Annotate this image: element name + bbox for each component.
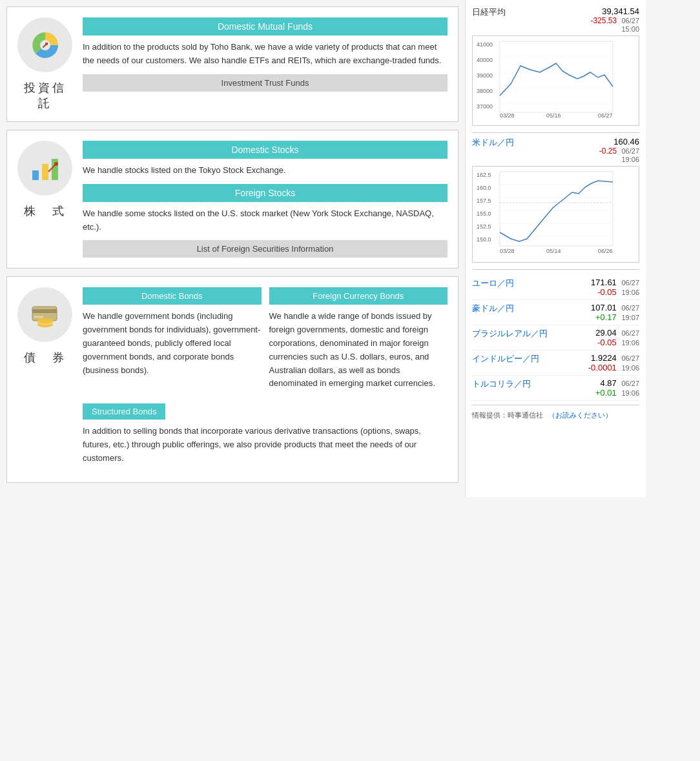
currency-date: 06/27 (621, 279, 639, 287)
bonds-icon (17, 287, 72, 342)
svg-text:41000: 41000 (477, 41, 493, 48)
svg-text:38000: 38000 (477, 88, 493, 94)
info-link[interactable]: （お読みください） (548, 411, 612, 420)
usdjpy-change-date: -0.25 06/27 (599, 147, 639, 156)
currency-value: 171.61 (591, 278, 617, 287)
nikkei-section: 日経平均 39,341.54 -325.53 06/27 15:00 41000… (472, 6, 639, 126)
svg-rect-3 (42, 164, 48, 180)
bond-icon-svg (29, 299, 61, 331)
currency-time: 19:06 (621, 364, 639, 372)
foreign-bonds-col: Foreign Currency Bonds We handle a wide … (269, 287, 448, 397)
domestic-bonds-description: We handle government bonds (including go… (83, 310, 262, 377)
bonds-two-columns: Domestic Bonds We handle government bond… (83, 287, 448, 397)
currency-change: -0.05 (597, 287, 617, 297)
pie-chart-icon (29, 29, 61, 61)
mutual-funds-card: 投資信託 Domestic Mutual Funds In addition t… (6, 6, 458, 122)
svg-text:40000: 40000 (477, 57, 493, 63)
currency-row: トルコリラ／円 4.87 06/27 +0.01 19:06 (472, 376, 639, 401)
currency-list: ユーロ／円 171.61 06/27 -0.05 19:06 豪ドル／円 107… (472, 275, 639, 401)
currency-name[interactable]: 豪ドル／円 (472, 303, 514, 322)
currency-value: 29.04 (595, 328, 617, 338)
svg-text:03/28: 03/28 (500, 112, 515, 119)
svg-text:152.5: 152.5 (477, 223, 491, 230)
nikkei-title: 日経平均 (472, 6, 506, 18)
svg-rect-2 (32, 170, 39, 180)
structured-bonds-header: Structured Bonds (83, 403, 165, 420)
currency-values: 29.04 06/27 -0.05 19:06 (595, 328, 639, 347)
usdjpy-value: 160.46 (599, 137, 639, 147)
usdjpy-name[interactable]: 米ドル／円 (472, 137, 514, 148)
mutual-funds-description: In addition to the products sold by Toho… (83, 41, 448, 68)
svg-text:06/27: 06/27 (598, 112, 613, 119)
info-footer: 情報提供：時事通信社 （お読みください） (472, 411, 639, 420)
svg-rect-7 (32, 309, 57, 313)
nikkei-date: 06/27 (621, 17, 639, 25)
svg-text:37000: 37000 (477, 103, 493, 110)
currency-value: 4.87 (601, 378, 617, 388)
currency-date: 06/27 (621, 304, 639, 312)
currency-change: -0.05 (597, 338, 617, 347)
currency-change: +0.01 (595, 388, 617, 398)
svg-rect-8 (34, 316, 43, 318)
stocks-icon (17, 141, 72, 196)
nikkei-change-date: -325.53 06/27 (590, 16, 639, 25)
main-content: 投資信託 Domestic Mutual Funds In addition t… (0, 0, 465, 497)
currency-time: 19:06 (621, 339, 639, 347)
currency-time: 19:06 (621, 289, 639, 296)
currency-row: ユーロ／円 171.61 06/27 -0.05 19:06 (472, 275, 639, 300)
currency-date: 06/27 (621, 354, 639, 362)
currency-time: 19:06 (621, 389, 639, 397)
mutual-funds-icon-wrap: 投資信託 (17, 17, 72, 111)
svg-point-5 (54, 162, 58, 166)
nikkei-values: 39,341.54 -325.53 06/27 15:00 (590, 6, 639, 33)
currency-values: 107.01 06/27 +0.17 19:07 (591, 303, 639, 322)
currency-row: 豪ドル／円 107.01 06/27 +0.17 19:07 (472, 300, 639, 325)
usdjpy-time: 19:06 (599, 156, 639, 163)
currency-name[interactable]: ブラジルレアル／円 (472, 328, 548, 347)
usdjpy-date: 06/27 (621, 147, 639, 155)
svg-rect-31 (500, 172, 613, 246)
bonds-icon-wrap: 債 券 (17, 287, 72, 365)
usdjpy-section: 米ドル／円 160.46 -0.25 06/27 19:06 162.5 160… (472, 137, 639, 263)
mutual-funds-label: 投資信託 (17, 80, 72, 111)
currency-date: 06/27 (621, 380, 639, 387)
currency-name[interactable]: インドルピー／円 (472, 353, 539, 372)
svg-text:162.5: 162.5 (477, 172, 491, 178)
svg-point-11 (37, 318, 53, 323)
divider-3 (472, 405, 639, 405)
currency-value: 1.9224 (591, 353, 617, 363)
investment-trust-link[interactable]: Investment Trust Funds (83, 74, 448, 92)
domestic-bonds-header: Domestic Bonds (83, 287, 262, 305)
svg-text:157.5: 157.5 (477, 198, 491, 204)
bonds-details: Domestic Bonds We handle government bond… (83, 287, 448, 471)
divider-1 (472, 132, 639, 133)
sidebar: 日経平均 39,341.54 -325.53 06/27 15:00 41000… (465, 0, 646, 497)
currency-values: 171.61 06/27 -0.05 19:06 (591, 278, 639, 297)
domestic-stocks-description: We handle stocks listed on the Tokyo Sto… (83, 164, 448, 178)
divider-2 (472, 269, 639, 270)
nikkei-value: 39,341.54 (590, 6, 639, 16)
currency-change: +0.17 (595, 312, 617, 322)
usdjpy-values: 160.46 -0.25 06/27 19:06 (599, 137, 639, 163)
currency-name[interactable]: トルコリラ／円 (472, 378, 531, 398)
bar-chart-icon (29, 152, 61, 185)
usdjpy-chart: 162.5 160.0 157.5 155.0 152.5 150.0 (472, 166, 639, 263)
bonds-label: 債 券 (17, 350, 72, 365)
svg-rect-4 (52, 159, 58, 180)
svg-text:150.0: 150.0 (477, 236, 491, 243)
foreign-bonds-description: We handle a wide range of bonds issued b… (269, 310, 448, 391)
nikkei-chart: 41000 40000 39000 38000 37000 03/28 05/1… (472, 36, 639, 126)
info-provider: 情報提供：時事通信社 (472, 411, 543, 420)
mutual-funds-details: Domestic Mutual Funds In addition to the… (83, 17, 448, 92)
svg-text:05/16: 05/16 (546, 112, 561, 119)
currency-name[interactable]: ユーロ／円 (472, 278, 514, 297)
nikkei-time: 15:00 (590, 25, 639, 33)
nikkei-chart-svg: 41000 40000 39000 38000 37000 03/28 05/1… (475, 39, 617, 123)
currency-values: 4.87 06/27 +0.01 19:06 (595, 378, 639, 398)
svg-text:05/14: 05/14 (546, 248, 561, 254)
currency-time: 19:07 (621, 314, 639, 321)
foreign-securities-link[interactable]: List of Foreign Securities Information (83, 240, 448, 258)
currency-date: 06/27 (621, 329, 639, 337)
currency-row: ブラジルレアル／円 29.04 06/27 -0.05 19:06 (472, 325, 639, 350)
stocks-icon-wrap: 株 式 (17, 141, 72, 219)
